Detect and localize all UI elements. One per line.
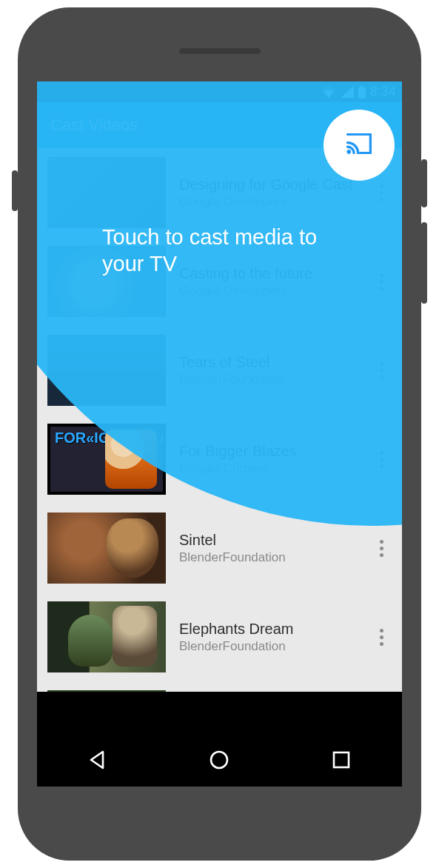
nav-back-button[interactable]	[53, 749, 142, 771]
home-icon	[208, 749, 230, 771]
cast-icon	[346, 133, 372, 157]
cast-button-highlight[interactable]	[324, 110, 395, 181]
svg-point-3	[211, 752, 227, 768]
navigation-bar	[37, 733, 402, 787]
overlay-text: Touch to cast media to your TV	[102, 224, 358, 278]
device-side-button	[421, 159, 427, 207]
cast-intro-overlay[interactable]: Touch to cast media to your TV	[37, 81, 402, 733]
nav-home-button[interactable]	[175, 749, 264, 771]
device-frame: 8:34 Cast Videos Designing for Google Ca…	[18, 7, 421, 861]
nav-recents-button[interactable]	[297, 750, 386, 770]
back-icon	[87, 749, 109, 771]
device-side-button	[12, 170, 18, 211]
svg-rect-4	[334, 752, 349, 767]
svg-point-2	[346, 150, 351, 154]
device-speaker	[179, 48, 261, 54]
recents-icon	[331, 750, 352, 770]
device-side-button	[421, 222, 427, 304]
screen: 8:34 Cast Videos Designing for Google Ca…	[37, 81, 402, 733]
